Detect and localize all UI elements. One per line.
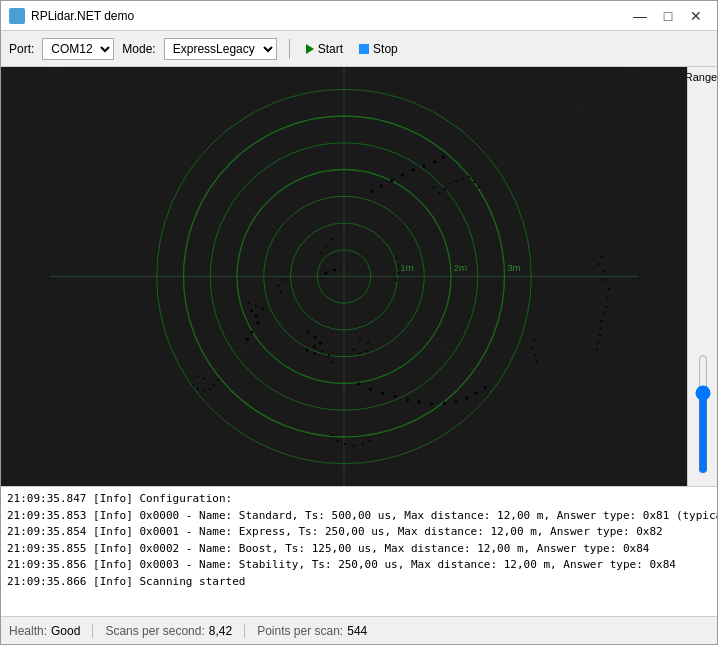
points-status: Points per scan: 544 bbox=[257, 624, 379, 638]
log-line: 21:09:35.856 [Info] 0x0003 - Name: Stabi… bbox=[7, 557, 711, 574]
svg-rect-76 bbox=[344, 443, 346, 445]
svg-rect-54 bbox=[333, 268, 336, 271]
svg-rect-60 bbox=[325, 245, 327, 247]
svg-rect-90 bbox=[319, 342, 322, 345]
svg-rect-66 bbox=[406, 399, 409, 402]
start-label: Start bbox=[318, 42, 343, 56]
svg-rect-48 bbox=[250, 309, 253, 312]
svg-rect-99 bbox=[536, 361, 538, 363]
scans-status: Scans per second: 8,42 bbox=[105, 624, 245, 638]
svg-rect-40 bbox=[599, 334, 601, 336]
svg-rect-15 bbox=[371, 190, 374, 193]
minimize-button[interactable]: — bbox=[627, 5, 653, 27]
main-area: 1m 2m 3m bbox=[1, 67, 717, 486]
svg-rect-81 bbox=[197, 388, 199, 390]
svg-rect-23 bbox=[433, 186, 435, 188]
svg-rect-38 bbox=[601, 320, 603, 322]
svg-rect-80 bbox=[192, 384, 194, 386]
svg-rect-96 bbox=[331, 361, 333, 363]
range-slider-container bbox=[693, 87, 713, 482]
svg-rect-52 bbox=[246, 338, 249, 341]
svg-rect-30 bbox=[473, 181, 475, 183]
radar-svg: 1m 2m 3m bbox=[1, 67, 687, 486]
svg-rect-98 bbox=[535, 354, 537, 356]
svg-rect-45 bbox=[282, 279, 284, 281]
svg-rect-92 bbox=[306, 349, 309, 352]
port-select[interactable]: COM12 bbox=[42, 38, 114, 60]
status-bar: Health: Good Scans per second: 8,42 Poin… bbox=[1, 616, 717, 644]
title-bar-controls: — □ ✕ bbox=[627, 5, 709, 27]
svg-rect-37 bbox=[603, 313, 605, 315]
svg-rect-47 bbox=[280, 292, 282, 294]
stop-icon bbox=[359, 44, 369, 54]
svg-rect-35 bbox=[607, 297, 609, 299]
svg-rect-106 bbox=[365, 350, 367, 352]
window-title: RPLidar.NET demo bbox=[31, 9, 134, 23]
svg-rect-58 bbox=[396, 279, 398, 281]
radar-area: 1m 2m 3m bbox=[1, 67, 687, 486]
svg-rect-62 bbox=[357, 383, 360, 386]
svg-rect-105 bbox=[359, 352, 361, 354]
svg-rect-87 bbox=[203, 377, 205, 379]
svg-rect-28 bbox=[462, 178, 464, 180]
svg-rect-46 bbox=[277, 285, 279, 287]
svg-rect-26 bbox=[449, 183, 451, 185]
port-label: Port: bbox=[9, 42, 34, 56]
svg-rect-84 bbox=[213, 384, 215, 386]
svg-rect-27 bbox=[455, 180, 457, 182]
svg-rect-63 bbox=[369, 388, 372, 391]
svg-rect-31 bbox=[478, 186, 480, 188]
toolbar: Port: COM12 Mode: ExpressLegacy Start St… bbox=[1, 31, 717, 67]
svg-rect-85 bbox=[217, 379, 219, 381]
svg-rect-103 bbox=[248, 302, 250, 304]
svg-rect-17 bbox=[390, 179, 393, 182]
svg-rect-64 bbox=[381, 392, 384, 395]
log-line: 21:09:35.847 [Info] Configuration: bbox=[7, 491, 711, 508]
svg-rect-77 bbox=[353, 445, 355, 447]
log-line: 21:09:35.853 [Info] 0x0000 - Name: Stand… bbox=[7, 508, 711, 525]
svg-rect-108 bbox=[359, 338, 361, 340]
health-status: Health: Good bbox=[9, 624, 93, 638]
title-bar: RPLidar.NET demo — □ ✕ bbox=[1, 1, 717, 31]
start-button[interactable]: Start bbox=[302, 40, 347, 58]
svg-rect-100 bbox=[533, 340, 535, 342]
main-window: RPLidar.NET demo — □ ✕ Port: COM12 Mode:… bbox=[0, 0, 718, 645]
svg-rect-93 bbox=[314, 352, 316, 354]
svg-rect-72 bbox=[475, 392, 478, 395]
range-slider[interactable] bbox=[693, 354, 713, 474]
svg-rect-42 bbox=[596, 349, 598, 351]
points-label: Points per scan: bbox=[257, 624, 343, 638]
close-button[interactable]: ✕ bbox=[683, 5, 709, 27]
svg-rect-22 bbox=[442, 156, 445, 159]
log-area[interactable]: 21:09:35.847 [Info] Configuration:21:09:… bbox=[1, 486, 717, 616]
svg-text:1m: 1m bbox=[400, 262, 414, 273]
svg-rect-36 bbox=[605, 306, 607, 308]
svg-rect-57 bbox=[397, 272, 399, 274]
svg-rect-61 bbox=[321, 252, 323, 254]
health-label: Health: bbox=[9, 624, 47, 638]
health-value: Good bbox=[51, 624, 80, 638]
start-icon bbox=[306, 44, 314, 54]
svg-rect-16 bbox=[380, 185, 383, 188]
svg-rect-101 bbox=[262, 308, 264, 310]
svg-rect-25 bbox=[444, 188, 446, 190]
svg-rect-91 bbox=[313, 345, 316, 348]
svg-rect-69 bbox=[443, 402, 446, 405]
svg-rect-88 bbox=[307, 331, 310, 334]
toolbar-separator bbox=[289, 39, 290, 59]
title-bar-left: RPLidar.NET demo bbox=[9, 8, 134, 24]
points-value: 544 bbox=[347, 624, 367, 638]
svg-rect-73 bbox=[484, 386, 487, 389]
svg-rect-34 bbox=[608, 288, 610, 290]
svg-rect-71 bbox=[465, 397, 468, 400]
svg-rect-78 bbox=[362, 443, 364, 445]
stop-button[interactable]: Stop bbox=[355, 40, 402, 58]
mode-label: Mode: bbox=[122, 42, 155, 56]
svg-rect-50 bbox=[257, 322, 260, 325]
svg-rect-24 bbox=[438, 192, 440, 194]
svg-rect-56 bbox=[397, 265, 399, 267]
range-label: Range: bbox=[685, 71, 717, 83]
svg-rect-83 bbox=[208, 388, 210, 390]
maximize-button[interactable]: □ bbox=[655, 5, 681, 27]
mode-select[interactable]: ExpressLegacy bbox=[164, 38, 277, 60]
